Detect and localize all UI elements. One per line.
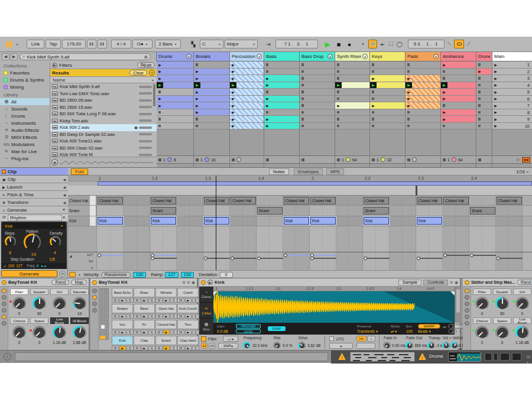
browser-back-button[interactable]: ◀: [2, 53, 9, 60]
clip-slot[interactable]: ▶: [370, 82, 405, 89]
rack1-macro-value[interactable]: 0: [10, 340, 28, 345]
pad-solo-button[interactable]: S: [170, 330, 177, 335]
pad-mute-button[interactable]: M: [155, 330, 163, 335]
clip-slot[interactable]: [300, 123, 335, 130]
rack1-map-button[interactable]: Map: [71, 280, 87, 285]
pad-solo-button[interactable]: S: [192, 314, 199, 319]
clip-playing-icon[interactable]: ▶: [230, 82, 236, 89]
track-header[interactable]: Synth Riser▾: [335, 52, 369, 61]
clip-slot[interactable]: ▶: [264, 123, 299, 130]
clip-slot[interactable]: [300, 75, 335, 82]
clip-slot[interactable]: [476, 123, 492, 130]
clip-play-icon[interactable]: ▶: [264, 102, 271, 109]
warp-loop-mode[interactable]: ⇄ ▾: [391, 329, 397, 334]
browser-search-input[interactable]: ⌕ Kick Mkit Synth 9.aif ⊗: [20, 53, 151, 60]
scene-slot[interactable]: ▶6: [492, 96, 532, 103]
device-on-toggle[interactable]: [92, 280, 97, 285]
track-header[interactable]: Main: [492, 52, 532, 61]
clip-slot[interactable]: [476, 61, 492, 69]
clip-slot[interactable]: ▶: [230, 116, 264, 123]
res-value[interactable]: 0.0 %: [283, 343, 293, 348]
drum-pad-crash[interactable]: Crash: [177, 288, 199, 297]
pad-solo-button[interactable]: S: [192, 330, 199, 335]
rack1-macro-label[interactable]: Filter: [10, 288, 28, 295]
filter-slope-24[interactable]: 24: [209, 343, 215, 349]
clip-slot[interactable]: [335, 123, 369, 130]
rack1-macro-value[interactable]: 0: [50, 312, 69, 316]
device-chain-mini-4[interactable]: [512, 353, 521, 361]
clip-slot[interactable]: ▶: [264, 116, 299, 123]
drum-pad-riser[interactable]: Riser: [134, 288, 155, 297]
clip-play-icon[interactable]: ▶: [264, 75, 271, 82]
clip-slot[interactable]: [335, 109, 369, 116]
midi-note[interactable]: Closed Hat: [364, 197, 389, 205]
pad-preview-button[interactable]: ▶: [163, 298, 170, 303]
rack2-macro-label[interactable]: Chance: [473, 317, 491, 324]
clip-slot[interactable]: ▶: [441, 96, 476, 103]
tab-envelopes[interactable]: Envelopes: [294, 168, 323, 175]
clip-play-icon[interactable]: ▶: [230, 75, 236, 82]
density-knob[interactable]: [50, 236, 61, 247]
clip-slot[interactable]: [264, 109, 299, 116]
env-value[interactable]: 100: [406, 329, 413, 333]
clip-slot[interactable]: ▶: [406, 102, 440, 109]
pad-solo-button[interactable]: S: [170, 314, 177, 319]
filter-slope-12[interactable]: 12: [201, 343, 207, 349]
clip-slot[interactable]: ▶: [194, 102, 229, 109]
pad-solo-button[interactable]: S: [148, 314, 155, 319]
clip-playing-icon[interactable]: ▶: [406, 82, 412, 89]
clip-slot[interactable]: [335, 116, 369, 123]
clip-play-icon[interactable]: ▶: [230, 96, 236, 102]
sample-ruler[interactable]: 11.1.31.21.2.31.31.3.31.41.4.3: [213, 287, 455, 291]
clip-play-icon[interactable]: ▶: [370, 75, 377, 82]
sample-zoom-scrollbar[interactable]: [455, 287, 461, 323]
clip-play-icon[interactable]: ▶: [230, 89, 236, 95]
pad-preview-button[interactable]: ▶: [163, 314, 170, 319]
clip-slot[interactable]: ▶: [441, 116, 476, 123]
clip-slot[interactable]: [476, 75, 492, 82]
browser-file-row[interactable]: BD 909 Clean 02.wav: [50, 145, 157, 152]
lane-key[interactable]: [90, 206, 96, 216]
clip-play-icon[interactable]: ▶: [157, 69, 163, 75]
pad-mute-button[interactable]: M: [134, 314, 141, 319]
rack1-macro-value[interactable]: 2.88 dB: [70, 340, 89, 345]
clip-slot[interactable]: [300, 89, 335, 96]
simpler-mode-1-shot[interactable]: ➾1-Shot: [199, 303, 213, 319]
midi-note[interactable]: Closed Hat: [231, 197, 256, 205]
device-chain-mini-1[interactable]: [485, 353, 492, 361]
lane-key[interactable]: [90, 196, 96, 206]
rack1-macro-value[interactable]: 50: [30, 312, 48, 316]
pad-preview-button[interactable]: ▶: [185, 314, 192, 319]
clip-slot[interactable]: ▶: [157, 102, 193, 109]
pad-mute-button[interactable]: M: [155, 298, 163, 303]
warp-half-button[interactable]: :2: [448, 329, 457, 333]
scale-icon[interactable]: ▚: [189, 40, 197, 48]
midi-note[interactable]: Snare: [364, 207, 389, 215]
velocity-marker[interactable]: [284, 254, 287, 257]
rack2-macro-label[interactable]: Low Boost: [513, 317, 531, 324]
lane-chooser-chevron-icon[interactable]: ▼: [78, 273, 81, 277]
add-filter-icon[interactable]: +: [149, 70, 155, 76]
clip-slot[interactable]: [335, 69, 369, 76]
groove-amount-menu[interactable]: 2 Bars▼: [155, 40, 181, 48]
device-mini-waveform[interactable]: [448, 352, 481, 362]
nudge-down-icon[interactable]: ⦀⦀: [87, 40, 96, 48]
clip-slot[interactable]: [476, 116, 492, 123]
device-on-toggle[interactable]: [465, 280, 469, 285]
lfo-toggle[interactable]: [329, 336, 334, 341]
midi-note[interactable]: Closed Hat: [497, 197, 522, 205]
hot-swap-icon[interactable]: ⊜ ⊘ ◉: [182, 280, 195, 285]
fold-button[interactable]: Fold: [71, 168, 88, 175]
device-on-toggle[interactable]: [201, 280, 206, 285]
empty-note-area[interactable]: [96, 226, 532, 252]
edit-filters-button[interactable]: ⧉ Edit: [137, 62, 155, 68]
stop-all-clips-icon[interactable]: ▷: [517, 157, 520, 162]
simpler-transp-knob[interactable]: [427, 342, 435, 349]
clip-slot[interactable]: ▶: [194, 89, 229, 96]
clip-slot[interactable]: [406, 69, 440, 76]
clip-slot[interactable]: [264, 89, 299, 96]
pad-preview-button[interactable]: ▶: [185, 330, 192, 335]
rack2-low-boost-knob[interactable]: [515, 326, 529, 339]
drum-pad-kick-overd[interactable]: Kick OverD: [177, 304, 199, 313]
rack1-macro-label[interactable]: Hi Boost: [70, 317, 89, 324]
